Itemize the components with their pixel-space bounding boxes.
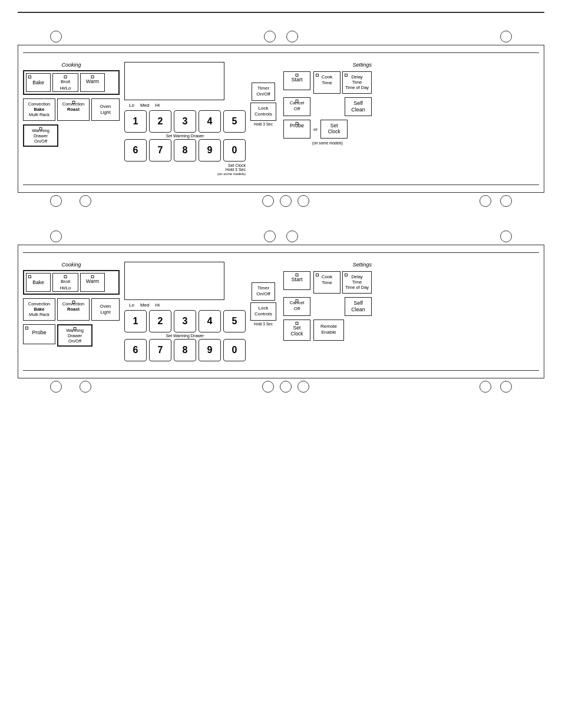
- main-cook-box-1: Bake BroilHi/Lo Warm: [23, 70, 120, 95]
- settings-row3-1: Probe or SetClock: [283, 120, 372, 139]
- knob-top2-1: [50, 230, 62, 242]
- start-btn-1[interactable]: Start: [283, 71, 310, 90]
- knob-top2-2: [264, 230, 276, 242]
- bottom-circles-row-1: [18, 195, 544, 207]
- settings-label-1: Settings: [283, 62, 372, 68]
- timer-btn-2[interactable]: TimerOn/Off: [252, 282, 275, 301]
- delay-time-btn-1[interactable]: DelayTimeTime of Day: [342, 71, 372, 94]
- knob-top2-4: [500, 230, 512, 242]
- cook-delay-row-1: CookTime DelayTimeTime of Day: [313, 71, 372, 94]
- num-6-btn-2[interactable]: 6: [124, 339, 147, 361]
- num-4-btn-1[interactable]: 4: [199, 110, 221, 133]
- cooking-label-1: Cooking: [23, 62, 120, 68]
- num-4-btn-2[interactable]: 4: [199, 310, 221, 332]
- lo-label-1: Lo: [129, 103, 134, 108]
- broil-btn-2[interactable]: BroilHi/Lo: [52, 273, 78, 292]
- num-7-btn-2[interactable]: 7: [149, 339, 171, 361]
- panel-section-2: Cooking Bake BroilHi/Lo W: [18, 230, 544, 393]
- knob-bot2-1: [50, 381, 62, 393]
- right-controls-1: Settings Start CookTime: [283, 62, 372, 145]
- set-warming-label-1: Set Warming Drawer: [124, 134, 246, 138]
- num-5-btn-2[interactable]: 5: [223, 310, 246, 332]
- remote-enable-btn-2[interactable]: RemoteEnable: [313, 319, 344, 341]
- num-8-btn-2[interactable]: 8: [174, 339, 196, 361]
- knob-top-3: [286, 31, 298, 42]
- warming-drawer-btn-1[interactable]: WarmingDrawerOn/Off: [23, 124, 58, 147]
- conv-roast-btn-1[interactable]: ConvectionRoast: [57, 98, 90, 121]
- warming-row-1: WarmingDrawerOn/Off: [23, 124, 120, 147]
- settings-row2-1: CancelOff SelfClean: [283, 97, 372, 116]
- display-box-1: [124, 62, 224, 100]
- num-6-btn-1[interactable]: 6: [124, 139, 147, 162]
- cook-delay-col-1: CookTime DelayTimeTime of Day: [313, 71, 372, 94]
- conv-roast-btn-2[interactable]: ConvectionRoast: [57, 298, 90, 321]
- probe-btn-2[interactable]: Probe: [23, 324, 55, 344]
- cook-delay-col-2: CookTime DelayTimeTime of Day: [313, 271, 372, 294]
- cancel-off-btn-1[interactable]: CancelOff: [283, 97, 310, 116]
- num-5-btn-1[interactable]: 5: [223, 110, 246, 133]
- oven-light-btn-1[interactable]: OvenLight: [91, 98, 120, 121]
- broil-btn-1[interactable]: BroilHi/Lo: [52, 73, 78, 92]
- knob-bot-3: [262, 195, 274, 207]
- conv-bake-btn-1[interactable]: ConvectionBakeMulti Rack: [23, 98, 55, 121]
- panel-frame-2: Cooking Bake BroilHi/Lo W: [18, 245, 544, 378]
- cook-delay-row-2: CookTime DelayTimeTime of Day: [313, 271, 372, 294]
- conv-bake-btn-2[interactable]: ConvectionBakeMulti Rack: [23, 298, 55, 321]
- timer-btn-1[interactable]: TimerOn/Off: [252, 83, 275, 101]
- warm-btn-2[interactable]: Warm: [80, 273, 105, 292]
- oven-light-btn-2[interactable]: OvenLight: [91, 298, 120, 321]
- num-2-btn-2[interactable]: 2: [149, 310, 171, 332]
- lock-controls-btn-1[interactable]: LockControls: [250, 103, 276, 121]
- or-label-1: or: [313, 127, 318, 132]
- cook-time-btn-1[interactable]: CookTime: [313, 71, 340, 94]
- cancel-off-btn-2[interactable]: CancelOff: [283, 297, 310, 316]
- knob-bot-2: [80, 195, 91, 207]
- delay-time-btn-2[interactable]: DelayTimeTime of Day: [342, 271, 372, 294]
- set-clock-btn-2[interactable]: SetClock: [283, 319, 310, 341]
- cook-row2-2: ConvectionBakeMulti Rack ConvectionRoast…: [23, 298, 120, 321]
- num-9-btn-1[interactable]: 9: [199, 139, 221, 162]
- num-0-btn-2[interactable]: 0: [223, 339, 246, 361]
- cook-time-btn-2[interactable]: CookTime: [313, 271, 340, 294]
- display-numpad-group-2: Lo Med Hi 1 2 3 4 5 Set Warming Drawer: [124, 262, 246, 361]
- hi-label-2: Hi: [155, 302, 160, 308]
- on-some-models-1: (on some models): [283, 141, 372, 145]
- self-clean-btn-1[interactable]: SelfClean: [345, 97, 372, 116]
- num-9-btn-2[interactable]: 9: [199, 339, 221, 361]
- knob-bot2-3: [262, 381, 274, 393]
- num-2-btn-1[interactable]: 2: [149, 110, 171, 133]
- num-1-btn-1[interactable]: 1: [124, 110, 147, 133]
- num-8-btn-1[interactable]: 8: [174, 139, 196, 162]
- knob-bot2-7: [500, 381, 512, 393]
- warm-btn-1[interactable]: Warm: [80, 73, 105, 92]
- knob-top-4: [500, 31, 512, 42]
- knob-bot2-6: [480, 381, 491, 393]
- settings-row1-2: Start CookTime DelayTimeTime of Da: [283, 271, 372, 294]
- panel-inner-1: Cooking Bake BroilHi/Lo W: [23, 59, 539, 179]
- settings-row1-1: Start CookTime DelayTimeTime of Da: [283, 71, 372, 94]
- display-box-2: [124, 262, 224, 300]
- panel-section-1: Cooking Bake BroilHi/Lo W: [18, 31, 544, 207]
- bake-btn-2[interactable]: Bake: [26, 273, 51, 292]
- knob-bot-7: [500, 195, 512, 207]
- knob-bot-5: [297, 195, 309, 207]
- lock-controls-btn-2[interactable]: LockControls: [250, 302, 276, 321]
- num-0-btn-1[interactable]: 0: [223, 139, 246, 162]
- warming-drawer-btn-2[interactable]: WarmingDrawerOn/Off: [57, 324, 92, 347]
- cooking-group-1: Cooking Bake BroilHi/Lo W: [23, 62, 120, 147]
- probe-btn-1[interactable]: Probe: [283, 120, 310, 139]
- start-btn-2[interactable]: Start: [283, 271, 310, 290]
- num-3-btn-2[interactable]: 3: [174, 310, 196, 332]
- knob-bot-4: [280, 195, 292, 207]
- knob-bot-1: [50, 195, 62, 207]
- lo-med-hi-1: Lo Med Hi: [129, 103, 246, 108]
- timer-group-2: TimerOn/Off LockControls Hold 3 Sec: [250, 282, 276, 326]
- num-1-btn-2[interactable]: 1: [124, 310, 147, 332]
- set-clock-btn-1[interactable]: SetClock: [320, 120, 348, 139]
- num-7-btn-1[interactable]: 7: [149, 139, 171, 162]
- cooking-label-2: Cooking: [23, 262, 120, 268]
- knob-bot2-5: [297, 381, 309, 393]
- bake-btn-1[interactable]: Bake: [26, 73, 51, 92]
- self-clean-btn-2[interactable]: SelfClean: [345, 297, 372, 316]
- num-3-btn-1[interactable]: 3: [174, 110, 196, 133]
